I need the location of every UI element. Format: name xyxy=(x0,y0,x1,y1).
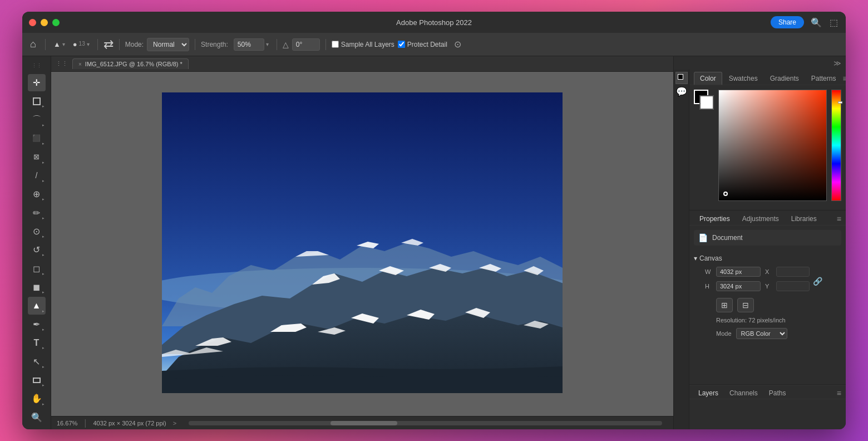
image-size-button[interactable]: ⊟ xyxy=(737,298,754,312)
tab-libraries[interactable]: Libraries xyxy=(786,213,822,225)
tool-zoom[interactable]: 🔍 xyxy=(28,409,46,426)
tool-submenu-indicator: ▸ xyxy=(42,253,45,257)
canvas-size-button[interactable]: ⊞ xyxy=(716,298,733,312)
canvas-area[interactable] xyxy=(51,72,673,416)
right-mini-toolbar: 💬 xyxy=(674,70,689,429)
mode-label: Mode: xyxy=(125,41,144,48)
color-panel-menu-icon[interactable]: ≡ xyxy=(842,74,846,83)
tool-gradient[interactable]: ◼ ▸ xyxy=(28,278,46,296)
canvas-w-input[interactable] xyxy=(716,267,761,277)
protect-detail-checkbox[interactable] xyxy=(398,41,405,48)
tool-clone-stamp[interactable]: ⊙ ▸ xyxy=(28,223,46,240)
tab-adjustments[interactable]: Adjustments xyxy=(737,213,785,225)
canvas-x-input[interactable] xyxy=(776,267,810,277)
tab-gradients[interactable]: Gradients xyxy=(765,72,805,85)
properties-menu-icon[interactable]: ≡ xyxy=(837,214,841,223)
background-color[interactable] xyxy=(699,95,714,110)
hue-slider-thumb[interactable] xyxy=(838,101,842,104)
sample-all-layers-checkbox[interactable] xyxy=(332,41,339,48)
scrollbar-thumb[interactable] xyxy=(331,421,397,425)
horizontal-scrollbar[interactable] xyxy=(189,421,662,425)
canvas-image-container xyxy=(162,92,563,395)
tool-rectangle[interactable]: ▸ xyxy=(28,371,46,389)
tool-crop[interactable]: ⊠ ▸ xyxy=(28,148,46,165)
layers-menu-icon[interactable]: ≡ xyxy=(837,389,841,398)
title-bar-right: Share 🔍 ⬚ xyxy=(771,16,839,29)
tab-layers[interactable]: Layers xyxy=(694,388,723,399)
tool-blur[interactable]: ▲ ▸ xyxy=(28,297,46,314)
target-icon[interactable]: ⊙ xyxy=(454,39,461,50)
fg-bg-mini-swatch[interactable] xyxy=(675,72,688,84)
mode-props-select[interactable]: RGB Color CMYK Color Grayscale xyxy=(736,328,787,339)
angle-input[interactable] xyxy=(292,38,320,51)
canvas-wh-inputs: W X H Y xyxy=(705,267,810,293)
h-label: H xyxy=(705,283,712,290)
home-button[interactable]: ⌂ xyxy=(27,36,40,52)
tab-close-button[interactable]: × xyxy=(78,61,82,67)
mode-select[interactable]: Normal Multiply Screen Overlay xyxy=(147,38,189,51)
strength-label: Strength: xyxy=(201,41,228,48)
color-gradient-area xyxy=(718,90,827,201)
tool-history-brush[interactable]: ↺ ▸ xyxy=(28,241,46,258)
canvas-y-input[interactable] xyxy=(776,281,810,291)
tool-healing[interactable]: ⊕ ▸ xyxy=(28,185,46,203)
strength-dropdown[interactable]: ▾ xyxy=(231,37,271,52)
document-tab[interactable]: × IMG_6512.JPG @ 16.7% (RGB/8) * xyxy=(72,58,189,69)
tool-submenu-indicator: ▸ xyxy=(42,346,45,350)
document-dimensions: 4032 px × 3024 px (72 ppi) xyxy=(93,420,166,427)
right-panels-stack: Color Swatches Gradients Patterns ≡ xyxy=(689,70,846,429)
canvas-section-header[interactable]: ▾ Canvas xyxy=(694,252,841,264)
move-icon: ✛ xyxy=(33,77,40,88)
tool-brush[interactable]: ✏ ▸ xyxy=(28,204,46,221)
tool-rectangular-marquee[interactable]: ▸ xyxy=(28,92,46,110)
tab-patterns[interactable]: Patterns xyxy=(806,72,842,85)
tab-collapse-icon[interactable]: ⋮⋮ xyxy=(56,60,68,67)
status-sep: | xyxy=(84,418,86,428)
traffic-lights xyxy=(29,19,60,26)
tool-type[interactable]: T ▸ xyxy=(28,334,46,351)
protect-detail-label[interactable]: Protect Detail xyxy=(398,41,447,48)
blend-mode-icon[interactable]: ⇄ xyxy=(103,37,114,52)
angle-icon: △ xyxy=(283,40,289,49)
share-button[interactable]: Share xyxy=(771,16,804,28)
search-button[interactable]: 🔍 xyxy=(810,16,823,29)
tool-path-selection[interactable]: ↖ ▸ xyxy=(28,352,46,370)
toolbar-collapse[interactable]: ⋮⋮ xyxy=(31,60,43,72)
brush-tool-selector[interactable]: ▲ ▾ xyxy=(51,39,67,50)
strength-input[interactable] xyxy=(234,38,264,51)
tab-channels[interactable]: Channels xyxy=(725,388,762,399)
tab-properties[interactable]: Properties xyxy=(694,213,736,225)
expand-button[interactable]: ⬚ xyxy=(828,16,839,29)
tool-submenu-indicator: ▸ xyxy=(42,123,45,128)
close-button[interactable] xyxy=(29,19,36,26)
tool-lasso[interactable]: ⌒ ▸ xyxy=(28,111,46,128)
canvas-h-input[interactable] xyxy=(716,281,761,291)
minimize-button[interactable] xyxy=(41,19,48,26)
brush-size-selector[interactable]: ● 13 ▾ xyxy=(71,39,92,50)
sample-all-layers-text: Sample All Layers xyxy=(341,41,394,48)
comment-mini-icon[interactable]: 💬 xyxy=(676,86,687,97)
document-label: Document xyxy=(712,234,743,242)
status-arrow[interactable]: > xyxy=(173,420,176,427)
tool-move[interactable]: ✛ xyxy=(28,74,46,91)
panel-collapse-icon[interactable]: ≫ xyxy=(834,59,841,67)
tool-hand[interactable]: ✋ ▸ xyxy=(28,390,46,407)
wh-link-icon[interactable]: 🔗 xyxy=(813,277,822,286)
tab-paths[interactable]: Paths xyxy=(765,388,791,399)
tool-eyedropper[interactable]: / ▸ xyxy=(28,167,46,184)
tool-object-selection[interactable]: ⬛ ▸ xyxy=(28,130,46,147)
fg-bg-colors[interactable] xyxy=(694,90,714,110)
color-saturation-box[interactable] xyxy=(718,90,827,201)
canvas-collapse-icon: ▾ xyxy=(694,254,697,262)
right-panel: ≫ 💬 Color Swatches Gradient xyxy=(673,56,846,429)
sample-all-layers-label[interactable]: Sample All Layers xyxy=(332,41,394,48)
tab-swatches[interactable]: Swatches xyxy=(723,72,763,85)
tool-submenu-indicator: ▸ xyxy=(42,272,45,276)
maximize-button[interactable] xyxy=(52,19,60,26)
tab-color[interactable]: Color xyxy=(694,72,722,85)
tool-pen[interactable]: ✒ ▸ xyxy=(28,316,46,333)
tool-submenu-indicator: ▸ xyxy=(42,290,45,295)
tool-eraser[interactable]: ◻ ▸ xyxy=(28,259,46,277)
document-section[interactable]: 📄 Document xyxy=(694,230,841,246)
hue-slider[interactable] xyxy=(831,90,841,201)
